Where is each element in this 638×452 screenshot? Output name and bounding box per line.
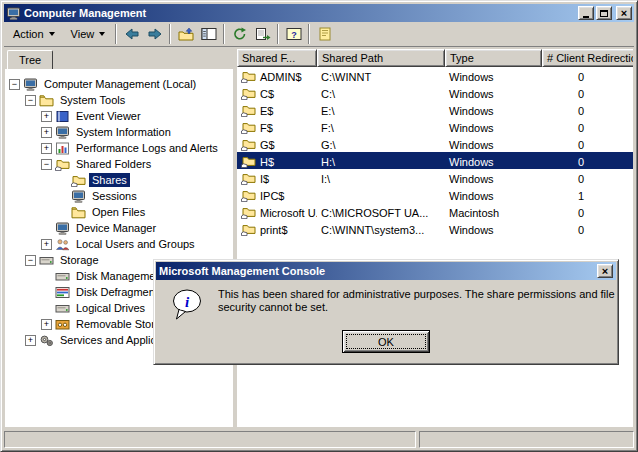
tree-item-system-information[interactable]: +System Information — [5, 124, 233, 140]
tree-item-label: Sessions — [89, 189, 140, 203]
forward-arrow-button[interactable] — [143, 23, 166, 45]
toolbar-separator — [223, 24, 225, 44]
share-row-print[interactable]: print$C:\WINNT\system3...Windows0 — [237, 220, 633, 237]
shared-folder-icon — [241, 206, 256, 219]
column-header-client-redirection[interactable]: # Client Redirection — [542, 49, 633, 67]
share-row-ipc[interactable]: IPC$Windows1 — [237, 186, 633, 203]
show-hide-tree-button[interactable] — [197, 23, 220, 45]
tree-item-performance-logs-and-alerts[interactable]: +Performance Logs and Alerts — [5, 140, 233, 156]
share-redirections: 0 — [578, 207, 584, 219]
share-name-cell: F$ — [237, 118, 317, 135]
up-one-level-button[interactable] — [174, 23, 197, 45]
tab-tree[interactable]: Tree — [7, 50, 53, 69]
tree-item-open-files[interactable]: Open Files — [5, 204, 233, 220]
menu-label: View — [71, 28, 95, 40]
share-redirections: 0 — [578, 156, 584, 168]
help-button[interactable]: ? — [282, 23, 305, 45]
column-header-shared-f[interactable]: Shared F... — [237, 49, 317, 67]
export-list-button[interactable] — [251, 23, 274, 45]
tree-item-local-users-and-groups[interactable]: +Local Users and Groups — [5, 236, 233, 252]
column-header-type[interactable]: Type — [445, 49, 542, 67]
tree-item-system-tools[interactable]: −System Tools — [5, 92, 233, 108]
tree-item-device-manager[interactable]: Device Manager — [5, 220, 233, 236]
column-header-shared-path[interactable]: Shared Path — [317, 49, 445, 67]
collapse-expander-icon[interactable]: − — [25, 255, 36, 266]
share-path: H:\ — [321, 156, 335, 168]
tree-item-sessions[interactable]: Sessions — [5, 188, 233, 204]
tree-item-label: Shared Folders — [73, 157, 154, 171]
system-tools-icon — [39, 94, 54, 107]
expand-expander-icon[interactable]: + — [25, 335, 36, 346]
status-pane-left — [4, 431, 416, 448]
computer-management-window: Computer Management × ActionView ? Tree … — [0, 0, 638, 452]
expand-expander-icon[interactable]: + — [41, 111, 52, 122]
share-row-h[interactable]: H$H:\Windows0 — [237, 152, 633, 169]
menu-action[interactable]: Action — [4, 23, 62, 45]
minimize-icon — [583, 16, 589, 18]
share-row-f[interactable]: F$F:\Windows0 — [237, 118, 633, 135]
share-type: Windows — [449, 105, 494, 117]
share-name: G$ — [260, 139, 275, 151]
share-row-c[interactable]: C$C:\Windows0 — [237, 84, 633, 101]
window-title: Computer Management — [24, 7, 575, 19]
share-type-cell: Windows — [445, 135, 542, 152]
expand-expander-icon[interactable]: + — [41, 127, 52, 138]
toolbar-separator — [115, 24, 117, 44]
disk-defragmenter-icon — [55, 286, 70, 299]
console-message-button[interactable] — [313, 23, 336, 45]
share-type: Windows — [449, 139, 494, 151]
shared-folder-icon — [241, 70, 256, 83]
share-name-cell: Microsoft U... — [237, 203, 317, 220]
share-redirections-cell: 0 — [542, 169, 633, 186]
minimize-button[interactable] — [578, 6, 594, 20]
share-redirections: 1 — [578, 190, 584, 202]
tree-item-event-viewer[interactable]: +Event Viewer — [5, 108, 233, 124]
share-name: ADMIN$ — [260, 71, 302, 83]
share-path-cell: H:\ — [317, 152, 445, 169]
shared-folder-icon — [241, 223, 256, 236]
expand-expander-icon[interactable]: + — [41, 143, 52, 154]
dialog-title: Microsoft Management Console — [159, 265, 597, 277]
expand-expander-icon[interactable]: + — [41, 239, 52, 250]
tree-item-label: Computer Management (Local) — [41, 77, 199, 91]
expand-expander-icon[interactable]: + — [41, 319, 52, 330]
tree-item-computer-management-local[interactable]: −Computer Management (Local) — [5, 76, 233, 92]
close-button[interactable]: × — [616, 6, 632, 20]
tab-strip: Tree — [5, 48, 233, 69]
share-row-g[interactable]: G$G:\Windows0 — [237, 135, 633, 152]
tree-item-label: Event Viewer — [73, 109, 144, 123]
tree-item-label: System Tools — [57, 93, 128, 107]
tree-item-shared-folders[interactable]: −Shared Folders — [5, 156, 233, 172]
share-path-cell: E:\ — [317, 101, 445, 118]
event-viewer-icon — [55, 110, 70, 123]
back-arrow-button[interactable] — [120, 23, 143, 45]
collapse-expander-icon[interactable]: − — [9, 79, 20, 90]
menu-view[interactable]: View — [62, 23, 113, 45]
shared-folder-icon — [241, 121, 256, 134]
share-path: E:\ — [321, 105, 334, 117]
collapse-expander-icon[interactable]: − — [25, 95, 36, 106]
maximize-icon — [600, 10, 608, 17]
share-row-admin[interactable]: ADMIN$C:\WINNTWindows0 — [237, 67, 633, 84]
shared-folder-icon — [241, 104, 256, 117]
system-info-icon — [55, 126, 70, 139]
tree-item-shares[interactable]: Shares — [5, 172, 233, 188]
dialog-message: This has been shared for administrative … — [218, 288, 620, 314]
dialog-close-button[interactable]: × — [597, 264, 613, 278]
maximize-button[interactable] — [596, 6, 612, 20]
share-row-e[interactable]: E$E:\Windows0 — [237, 101, 633, 118]
share-row-i[interactable]: I$I:\Windows0 — [237, 169, 633, 186]
tree-item-label: Logical Drives — [73, 301, 148, 315]
tree-item-label: System Information — [73, 125, 174, 139]
collapse-expander-icon[interactable]: − — [41, 159, 52, 170]
shared-folder-icon — [241, 189, 256, 202]
status-pane-right — [419, 431, 634, 448]
toolbar-separator — [169, 24, 171, 44]
share-row-microsoft-u[interactable]: Microsoft U...C:\MICROSOFT UA...Macintos… — [237, 203, 633, 220]
ok-button[interactable]: OK — [342, 330, 430, 353]
refresh-button[interactable] — [228, 23, 251, 45]
tree-item-label: Local Users and Groups — [73, 237, 198, 251]
services-icon — [39, 334, 54, 347]
tree-item-label: Device Manager — [73, 221, 159, 235]
menu-label: Action — [13, 28, 44, 40]
